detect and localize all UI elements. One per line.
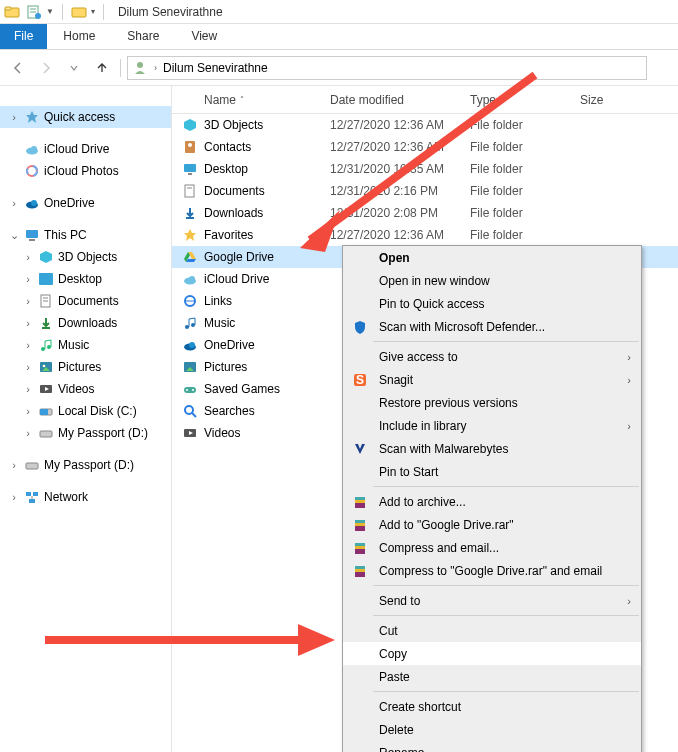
pictures-icon <box>38 359 54 375</box>
navigation-pane[interactable]: › Quick access iCloud Drive iCloud Photo… <box>0 86 172 752</box>
cm-cut[interactable]: Cut <box>343 619 641 642</box>
chevron-right-icon: › <box>627 595 631 607</box>
svg-point-7 <box>137 62 143 68</box>
recent-dropdown[interactable] <box>62 56 86 80</box>
sidebar-this-pc[interactable]: ⌄ This PC <box>0 224 171 246</box>
sidebar-icloud-photos[interactable]: iCloud Photos <box>0 160 171 182</box>
sidebar-icloud-drive[interactable]: iCloud Drive <box>0 138 171 160</box>
file-type: File folder <box>462 184 572 198</box>
file-icon <box>182 117 198 133</box>
chevron-right-icon[interactable]: › <box>154 63 157 73</box>
cm-delete[interactable]: Delete <box>343 718 641 741</box>
window-title: Dilum Senevirathne <box>118 5 223 19</box>
sidebar-pictures[interactable]: ›Pictures <box>0 356 171 378</box>
column-size[interactable]: Size <box>572 93 632 107</box>
address-bar[interactable]: › Dilum Senevirathne <box>127 56 647 80</box>
column-label: Date modified <box>330 93 404 107</box>
tab-share[interactable]: Share <box>111 24 175 49</box>
cm-open[interactable]: Open <box>343 246 641 269</box>
sidebar-desktop[interactable]: ›Desktop <box>0 268 171 290</box>
sidebar-item-label: My Passport (D:) <box>44 458 134 472</box>
sidebar-local-disk[interactable]: ›Local Disk (C:) <box>0 400 171 422</box>
expand-icon[interactable]: › <box>8 111 20 123</box>
cm-copy[interactable]: Copy <box>343 642 641 665</box>
ribbon: File Home Share View <box>0 24 678 50</box>
music-icon <box>38 337 54 353</box>
svg-point-53 <box>185 325 189 329</box>
cm-malwarebytes[interactable]: Scan with Malwarebytes <box>343 437 641 460</box>
svg-point-56 <box>189 342 195 348</box>
cube-icon <box>38 249 54 265</box>
cm-send-to[interactable]: Send to› <box>343 589 641 612</box>
sidebar-3d-objects[interactable]: ›3D Objects <box>0 246 171 268</box>
cm-open-new-window[interactable]: Open in new window <box>343 269 641 292</box>
separator <box>373 691 639 692</box>
sidebar-quick-access[interactable]: › Quick access <box>0 106 171 128</box>
sidebar-downloads[interactable]: ›Downloads <box>0 312 171 334</box>
tab-home[interactable]: Home <box>47 24 111 49</box>
cm-add-rar[interactable]: Add to "Google Drive.rar" <box>343 513 641 536</box>
sidebar-videos[interactable]: ›Videos <box>0 378 171 400</box>
cm-compress-email[interactable]: Compress and email... <box>343 536 641 559</box>
sidebar-documents[interactable]: ›Documents <box>0 290 171 312</box>
column-type[interactable]: Type <box>462 93 572 107</box>
title-dropdown-icon[interactable]: ▾ <box>91 7 95 16</box>
file-row[interactable]: 3D Objects12/27/2020 12:36 AMFile folder <box>172 114 678 136</box>
cm-defender[interactable]: Scan with Microsoft Defender... <box>343 315 641 338</box>
file-icon <box>182 337 198 353</box>
forward-button[interactable] <box>34 56 58 80</box>
sidebar-network[interactable]: ›Network <box>0 486 171 508</box>
documents-icon <box>38 293 54 309</box>
sidebar-item-label: iCloud Photos <box>44 164 119 178</box>
expand-icon[interactable]: › <box>8 197 20 209</box>
back-button[interactable] <box>6 56 30 80</box>
file-row[interactable]: Downloads12/31/2020 2:08 PMFile folder <box>172 202 678 224</box>
svg-rect-35 <box>29 499 35 503</box>
cm-give-access[interactable]: Give access to› <box>343 345 641 368</box>
cm-restore[interactable]: Restore previous versions <box>343 391 641 414</box>
svg-rect-70 <box>355 500 365 503</box>
svg-rect-42 <box>185 185 194 197</box>
file-name: Documents <box>204 184 265 198</box>
svg-text:S: S <box>356 373 364 387</box>
cm-pin-start[interactable]: Pin to Start <box>343 460 641 483</box>
cm-add-archive[interactable]: Add to archive... <box>343 490 641 513</box>
svg-marker-8 <box>26 111 38 123</box>
svg-point-22 <box>41 347 45 351</box>
sidebar-music[interactable]: ›Music <box>0 334 171 356</box>
properties-icon[interactable] <box>26 4 42 20</box>
sidebar-passport-1[interactable]: ›My Passport (D:) <box>0 422 171 444</box>
tab-view[interactable]: View <box>175 24 233 49</box>
cm-create-shortcut[interactable]: Create shortcut <box>343 695 641 718</box>
collapse-icon[interactable]: ⌄ <box>8 229 20 242</box>
cm-compress-rar-email[interactable]: Compress to "Google Drive.rar" and email <box>343 559 641 582</box>
photos-icon <box>24 163 40 179</box>
up-button[interactable] <box>90 56 114 80</box>
column-label: Name <box>204 93 236 107</box>
file-icon <box>182 139 198 155</box>
cm-snagit[interactable]: SSnagit› <box>343 368 641 391</box>
star-icon <box>24 109 40 125</box>
file-row[interactable]: Documents12/31/2020 2:16 PMFile folder <box>172 180 678 202</box>
svg-rect-30 <box>40 409 48 415</box>
desktop-icon <box>38 271 54 287</box>
tab-file[interactable]: File <box>0 24 47 49</box>
sidebar-passport-2[interactable]: ›My Passport (D:) <box>0 454 171 476</box>
file-row[interactable]: Desktop12/31/2020 10:35 AMFile folder <box>172 158 678 180</box>
file-name: Searches <box>204 404 255 418</box>
file-icon <box>182 381 198 397</box>
column-date[interactable]: Date modified <box>322 93 462 107</box>
file-icon <box>182 205 198 221</box>
column-name[interactable]: Name˄ <box>172 93 322 107</box>
cm-paste[interactable]: Paste <box>343 665 641 688</box>
sidebar-item-label: 3D Objects <box>58 250 117 264</box>
cm-rename[interactable]: Rename <box>343 741 641 752</box>
cm-include-library[interactable]: Include in library› <box>343 414 641 437</box>
file-row[interactable]: Favorites12/27/2020 12:36 AMFile folder <box>172 224 678 246</box>
file-row[interactable]: Contacts12/27/2020 12:36 AMFile folder <box>172 136 678 158</box>
svg-rect-16 <box>29 239 35 241</box>
sidebar-onedrive[interactable]: › OneDrive <box>0 192 171 214</box>
qat-dropdown-icon[interactable]: ▼ <box>46 7 54 16</box>
breadcrumb-current[interactable]: Dilum Senevirathne <box>163 61 268 75</box>
cm-pin-quick-access[interactable]: Pin to Quick access <box>343 292 641 315</box>
